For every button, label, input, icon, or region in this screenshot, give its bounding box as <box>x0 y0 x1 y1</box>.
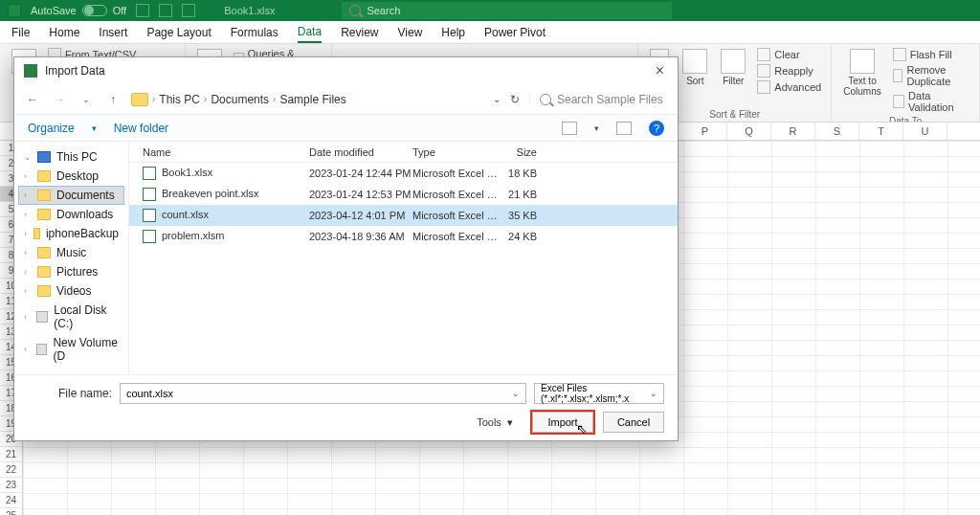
sidebar-item-pictures[interactable]: ›Pictures <box>18 262 124 281</box>
file-row[interactable]: Book1.xlsx2023-01-24 12:44 PMMicrosoft E… <box>129 163 678 184</box>
tab-home[interactable]: Home <box>49 23 79 42</box>
sidebar-item-iphonebackup[interactable]: ›iphoneBackup <box>18 224 124 243</box>
col-date[interactable]: Date modified <box>309 146 412 158</box>
tab-help[interactable]: Help <box>441 23 465 42</box>
reapply-filter-button[interactable]: Reapply <box>755 63 823 78</box>
tools-dropdown[interactable]: Tools ▾ <box>477 416 513 429</box>
flash-fill-button[interactable]: Flash Fill <box>891 47 971 62</box>
view-mode-button[interactable] <box>562 122 577 135</box>
chevron-right-icon: › <box>24 229 28 238</box>
import-button[interactable]: Import <box>532 412 593 433</box>
chevron-right-icon: › <box>24 210 32 219</box>
tab-page-layout[interactable]: Page Layout <box>146 23 211 42</box>
breadcrumb-dropdown[interactable]: ⌄ <box>493 94 501 104</box>
file-type-filter[interactable]: Excel Files (*.xl*;*.xlsx;*.xlsm;*.x ⌄ <box>534 383 664 404</box>
close-button[interactable]: × <box>652 62 668 79</box>
tab-insert[interactable]: Insert <box>99 23 127 42</box>
sidebar-item-local-disk-c-[interactable]: ›Local Disk (C:) <box>18 301 124 333</box>
chevron-right-icon: › <box>24 312 31 322</box>
breadcrumb-part[interactable]: Sample Files <box>279 93 345 106</box>
cancel-button[interactable]: Cancel <box>603 412 664 433</box>
dialog-search[interactable]: Search Sample Files <box>529 93 668 106</box>
sidebar-item-desktop[interactable]: ›Desktop <box>18 167 124 186</box>
row-header[interactable]: 22 <box>0 462 22 478</box>
remove-dup-icon <box>893 69 903 82</box>
row-header[interactable]: 23 <box>0 478 22 493</box>
sidebar-item-this-pc[interactable]: ⌄This PC <box>18 147 124 167</box>
tab-file[interactable]: File <box>11 23 30 42</box>
redo-icon[interactable] <box>182 4 195 17</box>
filter-icon <box>721 49 746 74</box>
chevron-down-icon[interactable]: ⌄ <box>650 389 657 398</box>
organize-button[interactable]: Organize <box>28 122 75 135</box>
folder-icon <box>33 228 40 239</box>
excel-icon <box>24 64 37 78</box>
excel-file-icon <box>143 167 156 180</box>
sidebar-item-videos[interactable]: ›Videos <box>18 281 124 301</box>
col-header[interactable]: T <box>859 123 903 140</box>
sidebar-item-documents[interactable]: ›Documents <box>18 186 124 205</box>
advanced-filter-button[interactable]: Advanced <box>755 79 823 95</box>
col-header[interactable]: P <box>683 123 727 140</box>
remove-duplicates-button[interactable]: Remove Duplicate <box>891 63 971 88</box>
col-name[interactable]: Name <box>137 146 309 158</box>
chevron-right-icon: › <box>24 171 32 181</box>
sidebar-item-downloads[interactable]: ›Downloads <box>18 205 124 224</box>
nav-recent-button[interactable]: ⌄ <box>78 95 95 104</box>
col-header[interactable]: R <box>771 123 815 140</box>
tab-data[interactable]: Data <box>298 22 322 43</box>
clear-filter-button[interactable]: Clear <box>755 47 823 62</box>
tab-review[interactable]: Review <box>341 23 378 42</box>
col-header[interactable]: S <box>815 123 859 140</box>
save-icon[interactable] <box>136 4 149 17</box>
row-header[interactable]: 21 <box>0 447 22 462</box>
folder-icon <box>37 209 51 220</box>
sort-button[interactable]: Sort <box>679 47 711 88</box>
sidebar-item-new-volume-d[interactable]: ›New Volume (D <box>18 333 124 366</box>
dialog-title: Import Data <box>45 64 105 78</box>
col-type[interactable]: Type <box>412 146 499 158</box>
dialog-toolbar: Organize▾ New folder ▾ ? <box>14 115 678 142</box>
nav-up-button[interactable]: ↑ <box>104 93 122 106</box>
col-header[interactable]: Q <box>727 123 771 140</box>
global-search[interactable]: Search <box>342 2 672 19</box>
breadcrumb-part[interactable]: This PC <box>159 93 200 106</box>
row-header[interactable]: 25 <box>0 508 22 515</box>
folder-icon <box>37 247 51 258</box>
search-icon <box>349 5 361 16</box>
col-header[interactable]: U <box>903 123 947 140</box>
new-folder-button[interactable]: New folder <box>114 122 168 135</box>
row-header[interactable]: 24 <box>0 493 22 508</box>
data-validation-button[interactable]: Data Validation <box>891 89 971 114</box>
refresh-button[interactable]: ↻ <box>510 93 520 106</box>
breadcrumb-part[interactable]: Documents <box>211 93 269 106</box>
preview-toggle-button[interactable] <box>616 122 632 135</box>
filter-button[interactable]: Filter <box>717 47 749 88</box>
file-type-value: Excel Files (*.xl*;*.xlsx;*.xlsm;*.x <box>541 383 650 404</box>
autosave-toggle[interactable]: AutoSave Off <box>31 5 126 16</box>
breadcrumb[interactable]: › This PC › Documents › Sample Files <box>131 93 483 106</box>
help-button[interactable]: ? <box>649 121 664 136</box>
file-row[interactable]: count.xlsx2023-04-12 4:01 PMMicrosoft Ex… <box>129 205 678 226</box>
tab-formulas[interactable]: Formulas <box>231 23 278 42</box>
toggle-off-icon[interactable] <box>82 5 107 16</box>
nav-back-button[interactable]: ← <box>24 93 41 106</box>
text-to-columns-button[interactable]: Text to Columns <box>839 47 884 99</box>
advanced-label: Advanced <box>774 81 821 93</box>
excel-file-icon <box>143 230 156 243</box>
autosave-state: Off <box>113 5 126 16</box>
file-name-input[interactable]: count.xlsx ⌄ <box>120 383 526 404</box>
chevron-down-icon[interactable]: ⌄ <box>512 389 520 398</box>
nav-forward-button[interactable]: → <box>51 93 68 106</box>
tab-view[interactable]: View <box>398 23 423 42</box>
pc-icon <box>37 151 51 163</box>
file-row[interactable]: problem.xlsm2023-04-18 9:36 AMMicrosoft … <box>129 226 678 247</box>
file-row[interactable]: Breakeven point.xlsx2023-01-24 12:53 PMM… <box>129 184 678 205</box>
autosave-label: AutoSave <box>31 5 77 16</box>
undo-icon[interactable] <box>159 4 172 17</box>
col-size[interactable]: Size <box>499 146 537 158</box>
dialog-search-placeholder: Search Sample Files <box>557 93 663 106</box>
folder-icon <box>37 285 51 297</box>
sidebar-item-music[interactable]: ›Music <box>18 243 124 262</box>
tab-power-pivot[interactable]: Power Pivot <box>484 23 546 42</box>
